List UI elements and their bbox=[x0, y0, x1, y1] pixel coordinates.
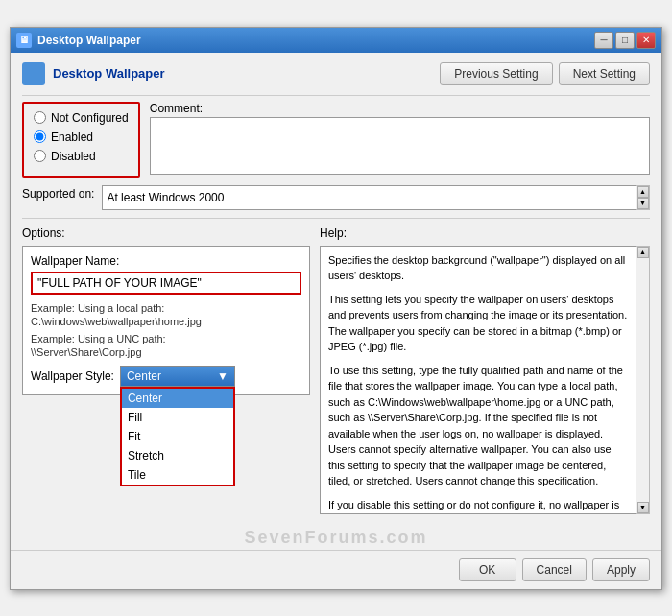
main-window: 🖥 Desktop Wallpaper ─ □ ✕ Desktop Wallpa… bbox=[10, 27, 662, 590]
supported-scrollbar: ▲ ▼ bbox=[636, 185, 650, 210]
example2-label: Example: Using a UNC path: bbox=[31, 333, 301, 344]
window-title: Desktop Wallpaper bbox=[37, 34, 141, 47]
title-bar-controls: ─ □ ✕ bbox=[594, 32, 656, 49]
cancel-button[interactable]: Cancel bbox=[522, 558, 587, 581]
title-bar: 🖥 Desktop Wallpaper ─ □ ✕ bbox=[11, 28, 661, 53]
options-panel: Options: Wallpaper Name: Example: Using … bbox=[22, 226, 310, 514]
radio-not-configured: Not Configured bbox=[34, 111, 129, 125]
comment-section: Comment: bbox=[150, 102, 650, 178]
style-dropdown-selected[interactable]: Center ▼ bbox=[120, 366, 235, 387]
help-scrollbar: ▲ ▼ bbox=[636, 246, 650, 514]
header-title: Desktop Wallpaper bbox=[22, 62, 165, 85]
style-option-center[interactable]: Center bbox=[122, 389, 233, 408]
example1-label: Example: Using a local path: bbox=[31, 302, 301, 314]
style-option-fill[interactable]: Fill bbox=[122, 408, 233, 427]
window-icon: 🖥 bbox=[16, 33, 32, 48]
style-selected-value: Center bbox=[127, 369, 161, 383]
style-dropdown[interactable]: Center ▼ Center Fill Fit Stretch Tile bbox=[120, 366, 235, 387]
footer-bar: OK Cancel Apply bbox=[11, 550, 661, 589]
help-para-2: This setting lets you specify the wallpa… bbox=[328, 292, 629, 355]
config-section: Not Configured Enabled Disabled Comment: bbox=[22, 102, 650, 178]
next-setting-button[interactable]: Next Setting bbox=[559, 62, 650, 85]
close-button[interactable]: ✕ bbox=[636, 32, 656, 49]
window-content: Desktop Wallpaper Previous Setting Next … bbox=[11, 53, 661, 524]
supported-label: Supported on: bbox=[22, 187, 94, 201]
title-bar-left: 🖥 Desktop Wallpaper bbox=[16, 33, 141, 48]
dropdown-arrow-icon: ▼ bbox=[217, 369, 228, 383]
radio-enabled-label: Enabled bbox=[51, 130, 93, 144]
style-option-stretch[interactable]: Stretch bbox=[122, 446, 233, 465]
options-box: Wallpaper Name: Example: Using a local p… bbox=[22, 246, 310, 395]
radio-group: Not Configured Enabled Disabled bbox=[22, 102, 140, 178]
header-buttons: Previous Setting Next Setting bbox=[440, 62, 650, 85]
help-para-1: Specifies the desktop background ("wallp… bbox=[328, 252, 629, 284]
example2-value: \\Server\Share\Corp.jpg bbox=[31, 346, 301, 358]
header-row: Desktop Wallpaper Previous Setting Next … bbox=[22, 62, 650, 85]
radio-enabled-input[interactable] bbox=[34, 130, 46, 143]
scroll-up-btn[interactable]: ▲ bbox=[637, 186, 649, 198]
style-label: Wallpaper Style: bbox=[31, 369, 114, 383]
ok-button[interactable]: OK bbox=[459, 558, 516, 581]
options-title: Options: bbox=[22, 226, 310, 240]
comment-label: Comment: bbox=[150, 102, 650, 115]
previous-setting-button[interactable]: Previous Setting bbox=[440, 62, 552, 85]
watermark: SevenForums.com bbox=[11, 524, 661, 550]
supported-value: At least Windows 2000 bbox=[102, 185, 636, 210]
radio-disabled-label: Disabled bbox=[51, 150, 96, 163]
options-help-section: Options: Wallpaper Name: Example: Using … bbox=[22, 226, 650, 514]
style-dropdown-list: Center Fill Fit Stretch Tile bbox=[120, 387, 235, 486]
help-scroll-up-btn[interactable]: ▲ bbox=[637, 247, 649, 258]
example1-value: C:\windows\web\wallpaper\home.jpg bbox=[31, 316, 301, 327]
help-para-4: If you disable this setting or do not co… bbox=[328, 497, 629, 514]
style-option-fit[interactable]: Fit bbox=[122, 427, 233, 446]
help-box: Specifies the desktop background ("wallp… bbox=[320, 246, 636, 514]
wallpaper-name-label: Wallpaper Name: bbox=[31, 254, 301, 268]
radio-disabled-input[interactable] bbox=[34, 150, 46, 162]
radio-enabled: Enabled bbox=[34, 130, 129, 144]
comment-textarea[interactable] bbox=[150, 117, 650, 175]
header-icon bbox=[22, 62, 45, 85]
divider-1 bbox=[22, 95, 650, 96]
help-scroll-down-btn[interactable]: ▼ bbox=[637, 502, 649, 513]
supported-row: Supported on: At least Windows 2000 ▲ ▼ bbox=[22, 185, 650, 210]
help-title: Help: bbox=[320, 226, 650, 240]
apply-button[interactable]: Apply bbox=[592, 558, 650, 581]
radio-disabled: Disabled bbox=[34, 150, 129, 163]
help-panel: Help: Specifies the desktop background (… bbox=[320, 226, 650, 514]
style-option-tile[interactable]: Tile bbox=[122, 465, 233, 485]
minimize-button[interactable]: ─ bbox=[594, 32, 613, 49]
radio-not-configured-label: Not Configured bbox=[51, 111, 129, 125]
maximize-button[interactable]: □ bbox=[615, 32, 635, 49]
wallpaper-style-row: Wallpaper Style: Center ▼ Center Fill Fi… bbox=[31, 366, 301, 387]
help-para-3: To use this setting, type the fully qual… bbox=[328, 363, 629, 489]
scroll-down-btn[interactable]: ▼ bbox=[637, 198, 649, 209]
radio-not-configured-input[interactable] bbox=[34, 111, 46, 124]
wallpaper-name-input[interactable] bbox=[31, 272, 301, 295]
divider-2 bbox=[22, 218, 650, 219]
